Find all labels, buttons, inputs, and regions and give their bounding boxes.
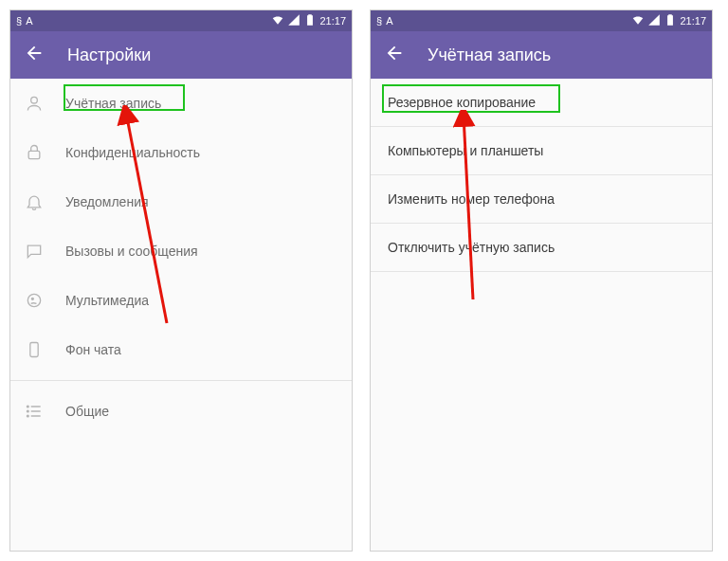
- signal-icon: [287, 13, 300, 28]
- chat-icon: [24, 242, 45, 261]
- back-icon[interactable]: [384, 43, 405, 67]
- svg-point-2: [27, 294, 40, 306]
- phone-icon: [24, 340, 45, 359]
- list-icon: [24, 402, 45, 421]
- row-label: Уведомления: [65, 194, 338, 209]
- row-notifications[interactable]: Уведомления: [10, 177, 352, 226]
- row-chat-background[interactable]: Фон чата: [10, 325, 352, 374]
- status-time: 21:17: [319, 15, 346, 27]
- divider: [10, 380, 352, 381]
- battery-icon: [303, 13, 317, 28]
- row-computers-tablets[interactable]: Компьютеры и планшеты: [371, 127, 712, 175]
- status-icon-b: A: [26, 15, 32, 27]
- row-backup[interactable]: Резервное копирование: [371, 79, 712, 127]
- row-label: Отключить учётную запись: [388, 240, 555, 255]
- status-time: 21:17: [680, 15, 706, 27]
- account-list: Резервное копирование Компьютеры и планш…: [371, 79, 712, 551]
- row-label: Учётная запись: [65, 96, 338, 111]
- person-icon: [24, 94, 45, 113]
- row-account[interactable]: Учётная запись: [10, 79, 352, 128]
- row-label: Компьютеры и планшеты: [388, 143, 543, 158]
- row-label: Конфиденциальность: [65, 145, 338, 160]
- row-label: Фон чата: [65, 342, 338, 357]
- row-multimedia[interactable]: Мультимедиа: [10, 276, 352, 325]
- svg-point-0: [31, 97, 38, 103]
- svg-point-3: [31, 298, 33, 299]
- phone-account: § A 21:17 Учётная запись Резервное копир…: [370, 9, 713, 552]
- app-bar: Настройки: [10, 31, 352, 79]
- svg-point-10: [27, 415, 29, 417]
- row-label: Резервное копирование: [388, 95, 536, 110]
- status-icon-a: §: [16, 15, 22, 27]
- row-label: Общие: [65, 404, 338, 419]
- row-label: Вызовы и сообщения: [65, 244, 338, 259]
- row-change-number[interactable]: Изменить номер телефона: [371, 175, 712, 224]
- status-bar: § A 21:17: [10, 10, 352, 31]
- row-general[interactable]: Общие: [10, 387, 352, 436]
- status-bar: § A 21:17: [371, 10, 712, 31]
- svg-rect-1: [28, 151, 40, 158]
- row-deactivate[interactable]: Отключить учётную запись: [371, 224, 712, 272]
- settings-list: Учётная запись Конфиденциальность Уведом…: [10, 79, 352, 551]
- status-icon-b: A: [386, 15, 392, 27]
- app-bar: Учётная запись: [371, 31, 712, 79]
- page-title: Настройки: [67, 45, 151, 65]
- media-icon: [24, 291, 45, 310]
- back-icon[interactable]: [24, 43, 45, 67]
- row-label: Изменить номер телефона: [388, 191, 555, 207]
- bell-icon: [24, 192, 45, 211]
- svg-rect-4: [30, 343, 38, 357]
- wifi-icon: [631, 13, 645, 28]
- status-icon-a: §: [376, 15, 382, 27]
- phone-settings: § A 21:17 Настройки Учётная запись Конфи…: [9, 9, 353, 552]
- svg-point-8: [27, 406, 29, 407]
- battery-icon: [664, 13, 677, 28]
- svg-point-9: [27, 410, 29, 412]
- page-title: Учётная запись: [428, 45, 551, 65]
- row-privacy[interactable]: Конфиденциальность: [10, 128, 352, 177]
- row-calls-messages[interactable]: Вызовы и сообщения: [10, 226, 352, 276]
- signal-icon: [647, 13, 661, 28]
- wifi-icon: [271, 13, 284, 28]
- row-label: Мультимедиа: [65, 293, 338, 308]
- lock-icon: [24, 143, 45, 162]
